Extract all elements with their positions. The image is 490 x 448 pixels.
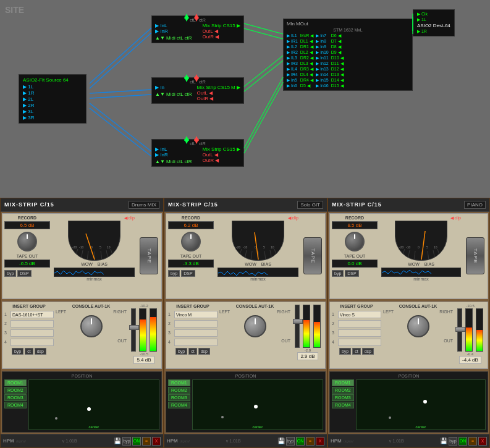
strip3-room3-btn[interactable]: ROOM3 xyxy=(332,394,354,401)
strip1-pos-dot2 xyxy=(55,417,57,420)
strip3-wow: WOW xyxy=(408,262,420,266)
port-2r: ▶ 2R xyxy=(23,103,82,108)
strip1-room4-btn[interactable]: ROOM4 xyxy=(4,402,27,408)
strip3-room1-btn[interactable]: ROOM1 xyxy=(332,379,354,386)
asio-source-label: ASIO2-Flt Source 64 xyxy=(23,77,82,83)
strip1-insert-byp-btn[interactable]: byp xyxy=(12,348,23,355)
strip2-room4-btn[interactable]: ROOM4 xyxy=(168,402,190,408)
strip2-tape-left: RECORD 6.2 dB TAPE OUT -3.3 dB byp DSP xyxy=(166,214,216,298)
strip3-insert-dsp-btn[interactable]: dsp xyxy=(362,348,374,355)
strip3-room2-btn[interactable]: ROOM2 xyxy=(332,387,354,394)
strip1-insert-byp: byp ct dsp xyxy=(4,348,54,355)
strip2-eq-btn[interactable]: = xyxy=(306,437,315,446)
module1-title: ctL ctR xyxy=(155,18,240,22)
strip2-insert-dsp-btn[interactable]: dsp xyxy=(198,348,210,355)
strip1-room3-btn[interactable]: ROOM3 xyxy=(4,394,27,401)
strip1-tape-knob[interactable] xyxy=(17,232,37,251)
strip3-room4-btn[interactable]: ROOM4 xyxy=(332,402,354,408)
strip2-bottom: HPM digital v 1.01B 💾 byp ON = X xyxy=(164,434,327,447)
strip3-name: MIX-STRIP C/15 xyxy=(332,201,382,208)
strip1-level-fill-right xyxy=(150,317,156,350)
strip3-ok-btn[interactable]: ON xyxy=(458,437,467,446)
strip2-fader-handle[interactable] xyxy=(293,319,303,324)
strip3-console-knob[interactable] xyxy=(407,315,429,337)
strip2-tape-out-label: TAPE OUT xyxy=(168,254,214,258)
mix-strip-module-2: ctL ctR ▶ In ▲▼ Midi ctL ctR Mix Strip C… xyxy=(151,77,244,104)
strip1-console-knob[interactable] xyxy=(80,315,103,337)
strip1-insert-title: INSERT GROUP xyxy=(4,304,54,308)
svg-text:-20: -20 xyxy=(72,245,77,249)
strip1-x-btn[interactable]: X xyxy=(152,437,161,446)
strip2-x-btn[interactable]: X xyxy=(316,437,324,446)
strip1-byp-bottom-btn[interactable]: byp xyxy=(122,437,131,446)
strip3-tape-center: ◀ clip -20 -10 xyxy=(379,214,463,298)
strip2-room1-btn[interactable]: ROOM1 xyxy=(168,379,190,386)
strip1-dsp-btn[interactable]: DSP xyxy=(17,270,31,277)
strip1-level-fill-left xyxy=(140,319,146,351)
strip1-fader-track[interactable] xyxy=(131,308,136,352)
strip1-slot2-name xyxy=(11,320,54,328)
strip2-tape-knob[interactable] xyxy=(181,232,201,251)
strip1-wave xyxy=(54,268,135,277)
asio-source-box: ASIO2-Flt Source 64 ▶ 1L ▶ 1R ▶ 2L ▶ 2R … xyxy=(19,74,87,124)
strip3-fader-handle[interactable] xyxy=(455,327,465,332)
svg-line-6 xyxy=(244,23,283,34)
strip2-dsp-btn[interactable]: DSP xyxy=(181,270,195,277)
strip2-byp-row: byp DSP xyxy=(168,270,214,277)
strip1-insert-group: INSERT GROUP 1 DAS-1610++ST 2 3 4 xyxy=(2,302,162,369)
strip3-insert-byp-btn[interactable]: byp xyxy=(339,348,351,355)
strip1-insert-dsp-btn[interactable]: dsp xyxy=(35,348,46,355)
strip1-record-label: RECORD xyxy=(4,216,50,220)
strip3-tape-knob[interactable] xyxy=(345,232,365,251)
svg-text:-10: -10 xyxy=(79,245,83,249)
strip3-insert-ct-btn[interactable]: ct xyxy=(352,348,360,355)
strip2-insert-ct-btn[interactable]: ct xyxy=(188,348,196,355)
strip3-floppy-icon[interactable]: 💾 xyxy=(440,437,447,444)
strip1-console-title: CONSOLE AUT-1K xyxy=(72,304,111,308)
strip3-console: CONSOLE AUT-1K LEFT RIGHT OUT xyxy=(383,304,453,366)
strip2-floppy-icon[interactable]: 💾 xyxy=(277,437,285,444)
strip3-eq-btn[interactable]: = xyxy=(468,437,477,446)
strip3-center-label: center xyxy=(415,425,426,429)
strip3-fader-track[interactable] xyxy=(457,308,462,352)
strip3-tape-out-label: TAPE OUT xyxy=(332,254,378,258)
strip3-byp-bottom-btn[interactable]: byp xyxy=(449,437,457,446)
svg-line-7 xyxy=(244,28,283,39)
svg-line-58 xyxy=(437,249,441,258)
strip2-tape-out-value: -3.3 dB xyxy=(168,260,214,268)
strip2-room3-btn[interactable]: ROOM3 xyxy=(168,394,190,401)
svg-text:-10: -10 xyxy=(406,245,410,249)
strip2-level-left xyxy=(303,305,310,348)
svg-text:5: 5 xyxy=(263,245,265,249)
mixer-area: MIX-STRIP C/15 Drums MIX RECORD 6.5 dB T… xyxy=(0,198,490,448)
strip2-byp-btn[interactable]: byp xyxy=(168,270,180,277)
strip1-name: MIX-STRIP C/15 xyxy=(4,201,54,208)
strip1-slot-4: 4 xyxy=(4,338,54,347)
strip3-wow-bias: WOW BIAS xyxy=(408,262,434,266)
strip3-byp-row: byp DSP xyxy=(332,270,378,277)
strip1-byp-btn[interactable]: byp xyxy=(4,270,16,277)
strip1-floppy-icon[interactable]: 💾 xyxy=(114,437,121,444)
strip1-room1-btn[interactable]: ROOM1 xyxy=(4,379,27,386)
strip3-x-btn[interactable]: X xyxy=(478,437,487,446)
strip2-insert-group: INSERT GROUP 1 Vinco M 2 3 4 xyxy=(166,302,326,369)
strip2-slot-2: 2 xyxy=(168,319,218,328)
strip2-fader-track[interactable] xyxy=(295,305,300,348)
strip1-room2-btn[interactable]: ROOM2 xyxy=(4,387,27,394)
strip3-byp-btn[interactable]: byp xyxy=(332,270,344,277)
strip2-name: MIX-STRIP C/15 xyxy=(168,201,218,208)
strip2-tape-center: ◀ clip -20 -10 xyxy=(216,214,300,298)
strip2-ok-btn[interactable]: ON xyxy=(296,437,305,446)
strip1-fader-handle[interactable] xyxy=(129,325,139,330)
strip1-ok-btn[interactable]: ON xyxy=(132,437,141,446)
strip1-insert-ct-btn[interactable]: ct xyxy=(25,348,33,355)
strip2-console-knob[interactable] xyxy=(244,315,266,337)
strip2-insert-byp-btn[interactable]: byp xyxy=(175,348,187,355)
svg-text:-20: -20 xyxy=(399,245,403,249)
strip2-byp-bottom-btn[interactable]: byp xyxy=(286,437,295,446)
strip2-insert-byp: byp ct dsp xyxy=(168,348,218,355)
mix-strip-3: MIX-STRIP C/15 PIANO RECORD 8.5 dB TAPE … xyxy=(327,198,490,448)
strip3-dsp-btn[interactable]: DSP xyxy=(345,270,358,277)
strip1-eq-btn[interactable]: = xyxy=(142,437,151,446)
strip2-room2-btn[interactable]: ROOM2 xyxy=(168,387,190,394)
